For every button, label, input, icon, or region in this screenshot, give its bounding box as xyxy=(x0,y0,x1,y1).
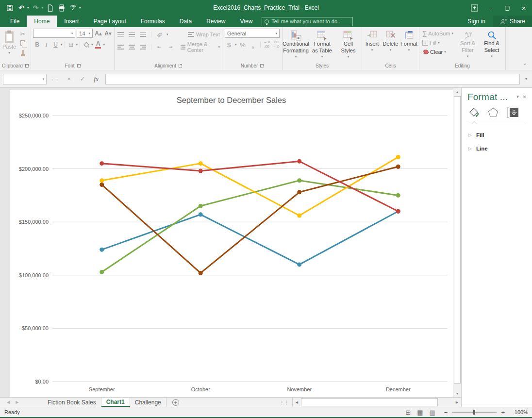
wrap-text-button[interactable]: Wrap Text xyxy=(188,32,220,37)
scroll-left-icon[interactable]: ◀ xyxy=(293,398,301,407)
series-line-teal-series[interactable] xyxy=(102,211,399,265)
expand-formula-bar-icon[interactable]: ▾ xyxy=(523,77,529,81)
tab-file[interactable]: File xyxy=(3,16,27,27)
borders-icon[interactable]: ⊞ xyxy=(67,41,75,49)
tab-data[interactable]: Data xyxy=(172,16,199,27)
normal-view-icon[interactable]: ⊞ xyxy=(405,409,411,416)
horizontal-scroll-thumb[interactable] xyxy=(301,398,438,406)
clipboard-dialog-launcher-icon[interactable] xyxy=(25,64,29,67)
data-point-gold-series[interactable] xyxy=(100,178,104,183)
fill-color-icon[interactable] xyxy=(82,41,90,49)
sheet-tab-fiction-book-sales[interactable]: Fiction Book Sales xyxy=(43,398,101,407)
zoom-level[interactable]: 100% xyxy=(510,409,528,415)
data-point-brown-series[interactable] xyxy=(297,190,301,194)
font-dialog-launcher-icon[interactable] xyxy=(77,64,81,67)
page-break-view-icon[interactable]: ▥ xyxy=(430,409,435,416)
font-size-combo[interactable]: 14▾ xyxy=(77,29,93,38)
delete-cells-button[interactable]: Delete ▾ xyxy=(382,29,399,62)
tab-page-layout[interactable]: Page Layout xyxy=(86,16,133,27)
formula-input[interactable] xyxy=(105,74,520,84)
effects-tab-icon[interactable] xyxy=(487,107,499,120)
number-dialog-launcher-icon[interactable] xyxy=(260,64,264,67)
orientation-icon[interactable]: ab xyxy=(154,29,166,40)
data-point-green-series[interactable] xyxy=(396,193,400,198)
customize-qat-icon[interactable]: ▾ xyxy=(79,6,81,10)
undo-icon[interactable]: ↶ xyxy=(17,2,26,13)
pane-close-icon[interactable]: × xyxy=(523,94,526,100)
insert-function-icon[interactable]: fx xyxy=(90,74,102,84)
sales-line-chart[interactable]: $0.00$50,000.00$100,000.00$150,000.00$20… xyxy=(10,90,453,397)
series-line-green-series[interactable] xyxy=(102,181,399,272)
format-painter-icon[interactable] xyxy=(18,48,27,56)
data-point-teal-series[interactable] xyxy=(297,262,301,267)
zoom-in-button[interactable]: + xyxy=(501,409,505,416)
data-point-green-series[interactable] xyxy=(100,270,104,274)
accounting-format-icon[interactable]: $ xyxy=(225,41,233,49)
share-button[interactable]: Share xyxy=(493,16,532,27)
page-layout-view-icon[interactable]: ▤ xyxy=(417,409,423,416)
collapse-ribbon-icon[interactable]: ⌃ xyxy=(518,61,532,70)
scroll-up-icon[interactable]: ▲ xyxy=(453,88,461,96)
percent-style-icon[interactable]: % xyxy=(239,41,247,49)
tab-formulas[interactable]: Formulas xyxy=(133,16,172,27)
conditional-formatting-button[interactable]: ≠ Conditional Formatting ▾ xyxy=(283,29,309,62)
data-point-green-series[interactable] xyxy=(297,178,301,183)
decrease-indent-icon[interactable]: ⇤ xyxy=(155,43,164,51)
close-button[interactable]: × xyxy=(515,0,532,16)
pane-options-dropdown-icon[interactable]: ▾ xyxy=(516,94,519,100)
fill-button[interactable]: ↓Fill▾ xyxy=(422,38,453,47)
find-select-button[interactable]: Find & Select▾ xyxy=(481,31,502,58)
autosum-button[interactable]: ∑AutoSum▾ xyxy=(422,29,453,38)
sheet-nav-right-icon[interactable]: ▶ xyxy=(16,400,18,404)
size-properties-tab-icon[interactable] xyxy=(506,107,519,120)
fill-section-toggle[interactable]: ▷ Fill xyxy=(468,132,526,138)
format-cells-button[interactable]: Format ▾ xyxy=(400,29,418,62)
zoom-out-button[interactable]: − xyxy=(444,409,448,416)
tab-home[interactable]: Home xyxy=(27,16,57,27)
zoom-slider[interactable] xyxy=(452,412,497,413)
vertical-scrollbar[interactable]: ▲ ▼ xyxy=(453,88,461,397)
data-point-green-series[interactable] xyxy=(199,204,203,208)
name-box[interactable]: ▾ xyxy=(3,74,47,84)
font-name-combo[interactable]: ▾ xyxy=(33,29,75,38)
scroll-right-icon[interactable]: ▶ xyxy=(453,398,461,407)
number-format-combo[interactable]: General▾ xyxy=(225,29,280,38)
data-point-red-series[interactable] xyxy=(297,159,301,164)
align-middle-icon[interactable] xyxy=(128,31,136,39)
underline-button[interactable]: U xyxy=(51,41,60,49)
zoom-slider-handle[interactable] xyxy=(473,410,475,415)
comma-style-icon[interactable]: , xyxy=(249,41,257,49)
data-point-gold-series[interactable] xyxy=(199,161,203,166)
data-point-brown-series[interactable] xyxy=(396,165,400,169)
cut-icon[interactable]: ✂ xyxy=(18,30,27,38)
data-point-red-series[interactable] xyxy=(199,168,203,173)
data-point-brown-series[interactable] xyxy=(100,183,104,187)
font-color-icon[interactable]: A xyxy=(94,41,102,49)
name-box-dropdown-icon[interactable]: ▾ xyxy=(42,77,44,81)
paste-dropdown-icon[interactable]: ▾ xyxy=(8,51,10,55)
merge-center-button[interactable]: Merge & Center▾ xyxy=(181,41,220,53)
align-right-icon[interactable] xyxy=(139,43,147,51)
bold-button[interactable]: B xyxy=(33,41,41,49)
vertical-scroll-thumb[interactable] xyxy=(454,96,461,384)
sign-in-link[interactable]: Sign in xyxy=(460,18,493,25)
insert-cells-button[interactable]: Insert ▾ xyxy=(363,29,381,62)
minimize-button[interactable]: – xyxy=(482,0,499,16)
print-preview-icon[interactable] xyxy=(57,2,66,13)
tab-review[interactable]: Review xyxy=(199,16,233,27)
cell-styles-button[interactable]: Cell Styles ▾ xyxy=(336,29,361,62)
sheet-nav-left-icon[interactable]: ◀ xyxy=(7,400,10,404)
shrink-font-icon[interactable]: A▾ xyxy=(104,29,112,37)
maximize-button[interactable]: ▢ xyxy=(499,0,515,16)
line-section-toggle[interactable]: ▷ Line xyxy=(468,146,526,151)
copy-icon[interactable] xyxy=(18,39,27,47)
increase-decimal-icon[interactable]: ←.0 .00 xyxy=(263,40,270,49)
undo-dropdown-icon[interactable]: ▾ xyxy=(27,6,29,10)
alignment-dialog-launcher-icon[interactable] xyxy=(179,64,182,67)
decrease-decimal-icon[interactable]: .00 →.0 xyxy=(272,40,280,49)
increase-indent-icon[interactable]: ⇥ xyxy=(166,43,175,51)
tab-splitter-handle[interactable]: ⋮⋮ xyxy=(277,398,292,407)
scroll-down-icon[interactable]: ▼ xyxy=(453,389,461,397)
spelling-icon[interactable]: ABC ✓ xyxy=(68,2,78,13)
align-left-icon[interactable] xyxy=(116,43,125,51)
